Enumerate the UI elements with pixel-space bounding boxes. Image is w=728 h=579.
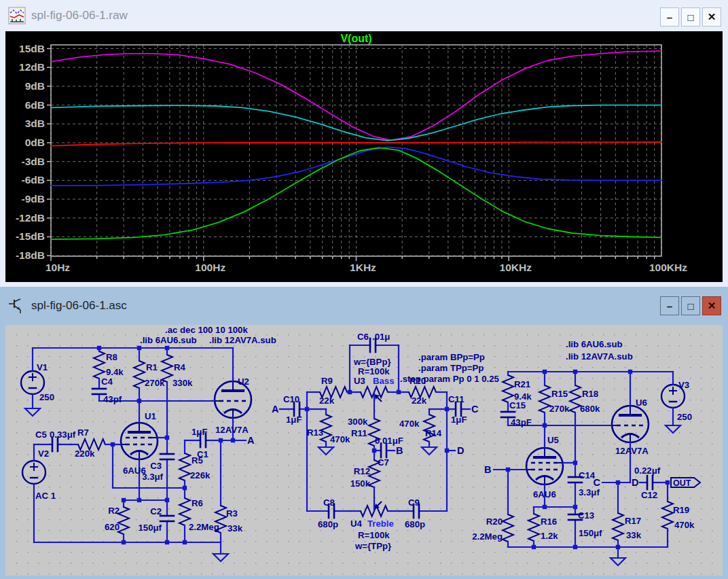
svg-text:OUT: OUT — [673, 478, 691, 488]
svg-text:R2: R2 — [108, 506, 120, 516]
svg-text:V3: V3 — [678, 380, 689, 390]
schematic-canvas[interactable]: OUT.ac dec 100 10 100k.lib 6AU6.sub.lib … — [5, 325, 723, 576]
schematic-window-title: spl-fig-06-06-1.asc — [31, 299, 127, 313]
svg-text:R=100k: R=100k — [358, 366, 390, 376]
plot-window-title: spl-fig-06-06-1.raw — [31, 9, 128, 22]
plot-window: spl-fig-06-06-1.raw – □ ✕ 15dB12dB9dB6dB… — [0, 0, 728, 287]
svg-text:-9dB: -9dB — [22, 193, 45, 205]
svg-text:0.01μF: 0.01μF — [375, 436, 403, 446]
plot-window-titlebar[interactable]: spl-fig-06-06-1.raw – □ ✕ — [0, 0, 728, 31]
svg-text:V(out): V(out) — [340, 33, 371, 44]
schematic-window: spl-fig-06-06-1.asc – □ ✕ OUT.ac dec 100… — [0, 287, 728, 579]
svg-text:.ac dec 100 10 100k: .ac dec 100 10 100k — [165, 325, 248, 335]
svg-text:R17: R17 — [625, 516, 641, 526]
svg-text:C12: C12 — [641, 490, 657, 500]
desktop: spl-fig-06-06-1.raw – □ ✕ 15dB12dB9dB6dB… — [0, 0, 728, 579]
svg-text:620: 620 — [105, 522, 120, 532]
svg-text:C9: C9 — [408, 497, 420, 508]
svg-text:43pF: 43pF — [511, 417, 532, 427]
schematic-window-titlebar[interactable]: spl-fig-06-06-1.asc – □ ✕ — [0, 287, 728, 325]
svg-text:C5: C5 — [35, 429, 47, 440]
svg-text:C10: C10 — [283, 394, 299, 404]
svg-text:3dB: 3dB — [25, 118, 45, 129]
plot-maximize-button[interactable]: □ — [681, 7, 700, 27]
svg-text:D: D — [457, 445, 464, 456]
svg-text:9dB: 9dB — [25, 80, 45, 92]
svg-text:R3: R3 — [226, 508, 238, 519]
svg-text:Bass: Bass — [373, 376, 395, 386]
svg-text:680p: 680p — [405, 519, 425, 529]
svg-text:R13: R13 — [307, 427, 323, 438]
svg-text:.lib 12AV7A.sub: .lib 12AV7A.sub — [209, 335, 276, 345]
svg-text:R9: R9 — [321, 376, 333, 386]
svg-text:w={BPp}: w={BPp} — [353, 357, 391, 367]
svg-text:U3: U3 — [354, 376, 365, 386]
svg-text:V2: V2 — [38, 449, 49, 459]
svg-text:150k: 150k — [350, 478, 371, 489]
svg-text:150μf: 150μf — [139, 523, 162, 533]
svg-text:C6: C6 — [357, 332, 369, 342]
svg-text:R11: R11 — [351, 428, 367, 438]
svg-text:R7: R7 — [77, 427, 89, 438]
schematic-maximize-button[interactable]: □ — [681, 296, 700, 315]
svg-text:R8: R8 — [106, 352, 117, 362]
svg-text:470k: 470k — [330, 434, 350, 444]
svg-text:B: B — [396, 445, 403, 456]
svg-text:-3dB: -3dB — [22, 156, 45, 167]
svg-text:0dB: 0dB — [25, 137, 45, 148]
schematic-minimize-button[interactable]: – — [660, 296, 679, 315]
svg-text:680k: 680k — [580, 404, 600, 414]
svg-text:-15dB: -15dB — [16, 230, 45, 242]
svg-text:9.4k: 9.4k — [106, 367, 124, 377]
svg-text:R18: R18 — [582, 389, 598, 399]
svg-text:15dB: 15dB — [19, 43, 45, 54]
svg-text:33k: 33k — [626, 530, 642, 540]
svg-text:R6: R6 — [192, 498, 203, 508]
waveform-plot-area[interactable]: 15dB12dB9dB6dB3dB0dB-3dB-6dB-9dB-12dB-15… — [5, 31, 723, 282]
svg-text:-18dB: -18dB — [16, 249, 45, 261]
svg-text:220k: 220k — [75, 449, 95, 459]
svg-text:22k: 22k — [412, 396, 427, 406]
svg-text:R15: R15 — [551, 389, 568, 399]
svg-text:100Hz: 100Hz — [195, 262, 225, 273]
svg-text:.lib 12AV7A.sub: .lib 12AV7A.sub — [566, 351, 633, 362]
svg-text:10Hz: 10Hz — [46, 262, 70, 273]
svg-text:C1: C1 — [197, 449, 208, 459]
svg-text:A: A — [247, 435, 255, 446]
svg-text:22k: 22k — [319, 396, 335, 406]
svg-text:12AV7A: 12AV7A — [215, 425, 249, 435]
svg-text:R12: R12 — [354, 466, 370, 476]
schematic-close-button[interactable]: ✕ — [702, 296, 721, 315]
svg-text:.param BPp=Pp: .param BPp=Pp — [418, 352, 485, 362]
svg-text:6dB: 6dB — [25, 99, 45, 111]
svg-text:V1: V1 — [37, 362, 48, 372]
svg-text:U5: U5 — [547, 435, 559, 445]
plot-minimize-button[interactable]: – — [660, 7, 679, 27]
svg-text:1.2k: 1.2k — [541, 531, 558, 541]
svg-text:300k: 300k — [348, 417, 368, 427]
svg-text:C3: C3 — [150, 461, 162, 471]
svg-text:Treble: Treble — [367, 519, 394, 529]
svg-text:U2: U2 — [238, 376, 249, 387]
svg-text:6AU6: 6AU6 — [533, 489, 556, 499]
svg-text:1μF: 1μF — [451, 415, 467, 425]
svg-text:C11: C11 — [448, 394, 464, 404]
svg-text:A: A — [272, 404, 279, 415]
svg-text:R1: R1 — [146, 362, 158, 372]
svg-text:3.3μf: 3.3μf — [579, 487, 600, 497]
plot-close-button[interactable]: ✕ — [702, 7, 721, 27]
svg-text:C13: C13 — [578, 510, 594, 521]
svg-text:D: D — [632, 477, 638, 488]
svg-text:12dB: 12dB — [19, 61, 45, 73]
svg-text:U1: U1 — [145, 411, 156, 421]
svg-text:C2: C2 — [150, 506, 162, 516]
svg-text:R19: R19 — [673, 505, 689, 515]
svg-text:470k: 470k — [674, 520, 695, 530]
svg-text:33k: 33k — [228, 523, 243, 533]
svg-text:B: B — [484, 464, 491, 475]
svg-text:C4: C4 — [101, 376, 113, 387]
svg-text:680p: 680p — [318, 519, 338, 529]
svg-text:C7: C7 — [378, 457, 389, 468]
svg-text:.lib 6AU6.sub: .lib 6AU6.sub — [566, 339, 623, 349]
svg-text:226k: 226k — [190, 470, 211, 480]
